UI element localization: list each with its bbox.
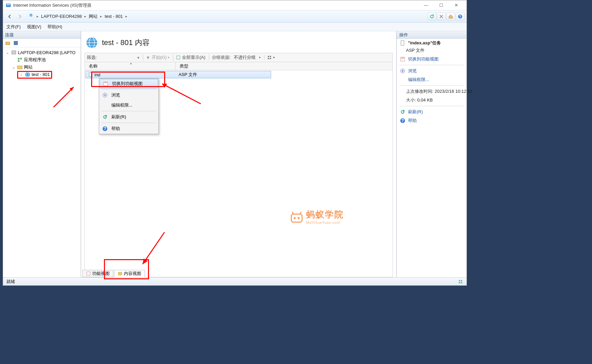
save-icon[interactable] [12,40,19,46]
refresh-nav-button[interactable] [428,12,436,21]
breadcrumb[interactable]: ▸ LAPTOP-EEOR4298▸ 网站▸ test - 801▸ [28,13,428,19]
page-title: test - 801 内容 [102,38,150,48]
list-header: 名称▴ 类型 [84,62,393,70]
folder-icon [17,65,23,70]
svg-rect-23 [270,56,271,57]
groupby-value[interactable]: 不进行分组 [234,54,256,60]
action-help[interactable]: ? 帮助 [397,116,467,125]
list-row[interactable]: ind ASP 文件 [85,71,271,78]
globe-icon [28,13,34,19]
tree-site-test801[interactable]: › test - 801 [4,71,80,78]
action-size: 大小: 0.04 KB [397,96,467,105]
breadcrumb-item[interactable]: LAPTOP-EEOR4298 [40,14,83,19]
action-switch-view[interactable]: 切换到功能视图 [397,55,467,64]
maximize-button[interactable]: ☐ [434,0,449,10]
svg-rect-21 [177,56,180,59]
svg-rect-22 [268,56,269,57]
svg-rect-33 [291,214,302,222]
help-nav-button[interactable]: ? [456,12,465,21]
col-name[interactable]: 名称▴ [85,62,176,70]
watermark: 蚂蚁学院 MaYiXueYuan.com [290,209,344,225]
back-button[interactable] [5,12,14,21]
tab-content-view[interactable]: 内容视图 [114,270,145,277]
server-icon [11,50,16,55]
actions-panel: 操作 "index.asp"任务 ASP 文件 切换到功能视图 浏览 编辑权限.… [397,31,467,277]
expand-icon[interactable]: ⌄ [5,50,10,55]
filter-label: 筛选: [87,54,97,60]
svg-rect-25 [270,58,271,59]
close-button[interactable]: ✕ [449,0,464,10]
action-browse[interactable]: 浏览 [397,67,467,75]
svg-rect-36 [87,272,90,275]
svg-rect-24 [268,58,269,59]
menu-view[interactable]: 视图(V) [27,24,41,30]
expand-icon[interactable]: › [19,73,24,77]
action-task-title: "index.asp"任务 [397,39,467,47]
pool-icon [17,57,23,63]
expand-icon[interactable]: ⌄ [11,65,16,70]
minimize-button[interactable]: — [418,0,434,10]
menu-help[interactable]: 帮助(H) [47,24,62,30]
action-modified: 上次修改时间: 2023/2/16 10:12:53 [397,87,467,96]
svg-rect-40 [401,58,404,58]
tab-feature-view[interactable]: 功能视图 [82,270,113,277]
breadcrumb-item[interactable]: test - 801 [103,14,124,19]
tree-label: 应用程序池 [24,57,46,63]
actions-header: 操作 [397,31,467,39]
svg-rect-48 [461,282,462,283]
svg-rect-39 [401,57,405,61]
svg-rect-0 [6,4,11,7]
ctx-browse[interactable]: 浏览 [99,90,158,100]
view-tabs: 功能视图 内容视图 [81,269,396,277]
home-nav-button[interactable] [446,12,455,21]
svg-rect-14 [18,60,20,62]
filter-start[interactable]: ▼开始(G)▾ [143,54,170,60]
breadcrumb-item[interactable]: 网站 [87,13,99,19]
app-icon [6,3,11,8]
action-refresh[interactable]: 刷新(R) [397,108,467,116]
tree-root[interactable]: ⌄ LAPTOP-EEOR4298 (LAPTO [4,49,80,56]
refresh-icon [102,114,108,120]
menubar: 文件(F) 视图(V) 帮助(H) [3,23,467,31]
status-text: 就绪 [6,279,15,285]
browse-icon [102,92,108,98]
connections-tree: ⌄ LAPTOP-EEOR4298 (LAPTO 应用程序池 ⌄ 网站 › [3,47,81,277]
col-type[interactable]: 类型 [176,63,393,69]
stop-nav-button[interactable] [437,12,446,21]
svg-point-42 [402,70,403,72]
filter-input[interactable] [100,55,134,60]
connections-panel: 连接 ⌄ LAPTOP-EEOR4298 (LAPTO 应用程序池 ⌄ [3,31,81,277]
ctx-help[interactable]: ? 帮助 [99,124,158,134]
status-grip-icon [458,279,463,284]
filter-showall[interactable]: 全部显示(A) [173,54,205,60]
svg-rect-9 [6,42,10,45]
filter-toolbar: 筛选: ▾ ▼开始(G)▾ 全部显示(A) 分组依据: 不进行分组 ▾ ▾ [84,53,393,62]
ctx-refresh[interactable]: 刷新(R) [99,112,158,122]
ctx-switch-view[interactable]: 切换到功能视图 [100,79,158,88]
action-edit-permissions[interactable]: 编辑权限... [397,75,467,84]
svg-text:?: ? [459,14,461,18]
groupby-extra[interactable]: ▾ [264,55,275,60]
svg-rect-11 [12,51,16,54]
tree-app-pools[interactable]: 应用程序池 [4,56,80,64]
svg-point-16 [25,72,30,77]
nav-toolbar: ▸ LAPTOP-EEOR4298▸ 网站▸ test - 801▸ ? [3,10,467,23]
list-body[interactable]: ind ASP 文件 切换到功能视图 浏览 编辑权限... [84,70,393,277]
svg-rect-13 [20,58,22,59]
menu-file[interactable]: 文件(F) [6,24,21,30]
refresh-icon [400,109,405,115]
svg-rect-45 [459,280,460,281]
svg-text:?: ? [401,118,404,123]
tree-sites[interactable]: ⌄ 网站 [4,64,80,71]
forward-button[interactable] [15,12,25,21]
globe-icon [86,37,98,49]
svg-point-35 [298,217,300,219]
svg-rect-46 [461,280,462,281]
svg-rect-27 [104,82,108,86]
connect-icon[interactable] [4,40,11,46]
svg-rect-37 [118,272,122,275]
view-icon [103,81,109,86]
window-title: Internet Information Services (IIS)管理器 [13,2,418,8]
ctx-edit-permissions[interactable]: 编辑权限... [99,100,158,110]
help-icon: ? [102,126,108,131]
